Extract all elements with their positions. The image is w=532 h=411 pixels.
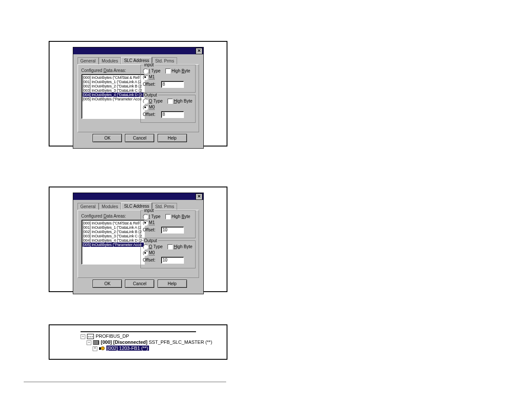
data-areas-listbox[interactable]: [000] InOut4bytes ("CM/Stat & Ref/[001] …	[81, 74, 145, 119]
list-item[interactable]: [004] InOut4bytes_4 ("DataLink D (2	[82, 93, 144, 97]
label-input-offset: Offset:	[143, 81, 156, 86]
radio-m0[interactable]	[143, 251, 148, 256]
tree-node-scanner[interactable]: –[000] [Disconnected] SST_PFB_SLC_MASTER…	[87, 339, 227, 345]
figure-tree: –PROFIBUS_DP –[000] [Disconnected] SST_P…	[49, 324, 227, 360]
tab-slc-address[interactable]: SLC Address	[121, 57, 152, 64]
ok-button[interactable]: OK	[93, 134, 122, 142]
device-icon	[99, 346, 105, 351]
input-offset-field[interactable]: 8	[161, 81, 184, 88]
group-title-output: Output	[143, 238, 158, 243]
tab-modules[interactable]: Modules	[99, 203, 121, 210]
title-bar: ✕	[73, 193, 203, 200]
dialog-window: ✕ GeneralModulesSLC AddressStd. PrmsDiag…	[73, 47, 204, 149]
group-title-output: Output	[143, 93, 158, 97]
tab-std-prms[interactable]: Std. Prms	[152, 203, 177, 210]
list-item[interactable]: [001] InOut4bytes_1 ("DataLink A (2	[82, 80, 144, 84]
scanner-icon	[93, 340, 99, 345]
input-group: Input I Type High Byte M1 Offset: 8	[140, 65, 196, 93]
output-group: Output O Type High Byte M0 Offset: 8	[140, 95, 196, 123]
list-item[interactable]: [001] InOut4bytes_1 ("DataLink A (2	[82, 225, 144, 230]
ok-button[interactable]: OK	[93, 280, 122, 288]
dialog-window: ✕ GeneralModulesSLC AddressStd. PrmsDiag…	[73, 193, 204, 294]
horizontal-rule	[24, 382, 226, 383]
label-input-offset: Offset:	[143, 227, 156, 232]
label-output-offset: Offset:	[143, 112, 156, 116]
check-output-high-byte[interactable]	[168, 99, 173, 104]
radio-i-type[interactable]	[143, 214, 148, 219]
check-input-high-byte[interactable]	[165, 214, 171, 219]
list-item[interactable]: [005] InOut8bytes ("Parameter Acce	[82, 243, 144, 247]
radio-m0[interactable]	[143, 105, 148, 110]
list-item[interactable]: [004] InOut4bytes_4 ("DataLink D (2	[82, 238, 144, 243]
radio-m1[interactable]	[143, 75, 148, 80]
figure-dialog-1: ✕ GeneralModulesSLC AddressStd. PrmsDiag…	[49, 41, 227, 146]
radio-o-type[interactable]	[143, 244, 148, 249]
tab-general[interactable]: General	[78, 203, 99, 210]
tab-slc-address[interactable]: SLC Address	[121, 202, 152, 209]
figure-dialog-2: ✕ GeneralModulesSLC AddressStd. PrmsDiag…	[49, 187, 227, 292]
help-button[interactable]: Help	[158, 134, 187, 142]
tab-modules[interactable]: Modules	[99, 57, 121, 64]
tab-strip: GeneralModulesSLC AddressStd. PrmsDiagno…	[78, 57, 199, 64]
device-tree: –PROFIBUS_DP –[000] [Disconnected] SST_P…	[81, 331, 227, 351]
bus-icon	[87, 334, 94, 339]
expand-icon[interactable]: –	[87, 340, 91, 345]
list-item[interactable]: [003] InOut4bytes_3 ("DataLink C (2	[82, 234, 144, 238]
close-icon[interactable]: ✕	[196, 48, 202, 54]
tab-std-prms[interactable]: Std. Prms	[152, 57, 177, 64]
check-output-high-byte[interactable]	[168, 244, 173, 249]
tree-node-root[interactable]: –PROFIBUS_DP	[81, 333, 227, 339]
title-bar: ✕	[73, 47, 203, 54]
input-offset-field[interactable]: 10	[161, 227, 184, 234]
tree-node-device[interactable]: +[002] 1203-FB1 (**)	[93, 345, 227, 351]
output-offset-field[interactable]: 10	[161, 257, 184, 264]
list-item[interactable]: [000] InOut4bytes ("CM/Stat & Ref/	[82, 221, 144, 225]
list-item[interactable]: [002] InOut4bytes_2 ("DataLink B (2	[82, 84, 144, 88]
cancel-button[interactable]: Cancel	[125, 280, 154, 288]
list-item[interactable]: [000] InOut4bytes ("CM/Stat & Ref/	[82, 75, 144, 80]
radio-m1[interactable]	[143, 221, 148, 226]
list-item[interactable]: [002] InOut4bytes_2 ("DataLink B (2	[82, 230, 144, 234]
radio-o-type[interactable]	[143, 99, 148, 104]
cancel-button[interactable]: Cancel	[125, 134, 154, 142]
label-output-offset: Offset:	[143, 257, 156, 262]
data-areas-listbox[interactable]: [000] InOut4bytes ("CM/Stat & Ref/[001] …	[81, 220, 145, 265]
tab-body: Configured Data Areas: [000] InOut4bytes…	[78, 210, 199, 278]
output-group: Output O Type High Byte M0 Offset: 10	[140, 240, 196, 268]
list-item[interactable]: [005] InOut8bytes ("Parameter Acce	[82, 97, 144, 101]
tab-general[interactable]: General	[78, 57, 99, 64]
expand-icon[interactable]: –	[81, 334, 85, 339]
output-offset-field[interactable]: 8	[161, 111, 184, 118]
radio-i-type[interactable]	[143, 68, 148, 74]
expand-icon[interactable]: +	[93, 346, 97, 351]
check-input-high-byte[interactable]	[165, 68, 171, 74]
input-group: Input I Type High Byte M1 Offset: 10	[140, 210, 196, 238]
close-icon[interactable]: ✕	[196, 193, 202, 200]
list-item[interactable]: [003] InOut4bytes_3 ("DataLink C (2	[82, 88, 144, 93]
tab-body: Configured Data Areas: [000] InOut4bytes…	[78, 64, 199, 132]
help-button[interactable]: Help	[158, 280, 187, 288]
tab-strip: GeneralModulesSLC AddressStd. PrmsDiagno…	[78, 202, 199, 210]
